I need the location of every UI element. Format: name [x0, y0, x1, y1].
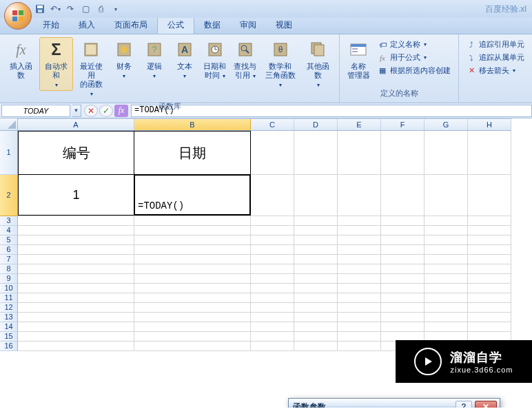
office-button[interactable]	[4, 2, 32, 30]
cell[interactable]	[18, 245, 134, 255]
new-icon[interactable]: ▢	[80, 3, 91, 14]
col-header-E[interactable]: E	[338, 118, 381, 130]
cell[interactable]	[468, 303, 511, 313]
cell[interactable]	[251, 175, 294, 216]
cell[interactable]	[468, 226, 511, 235]
cell[interactable]	[338, 284, 381, 293]
tab-formulas[interactable]: 公式	[157, 16, 194, 34]
cell[interactable]	[468, 322, 511, 332]
trace-precedents-button[interactable]: ⤴追踪引用单元	[464, 39, 526, 50]
cell[interactable]	[338, 332, 381, 342]
cell[interactable]	[294, 175, 338, 216]
cell[interactable]	[381, 284, 424, 293]
cell[interactable]	[424, 284, 468, 293]
cell[interactable]	[468, 235, 511, 245]
recent-button[interactable]: 最近使用 的函数 ▾	[74, 37, 108, 100]
row-header-4[interactable]: 4	[0, 226, 18, 235]
cell[interactable]	[294, 342, 338, 351]
cell[interactable]	[381, 235, 424, 245]
datetime-button[interactable]: 日期和 时间 ▾	[201, 37, 229, 82]
cell[interactable]	[424, 264, 468, 274]
cell[interactable]	[294, 235, 338, 245]
cell[interactable]	[294, 293, 338, 303]
logical-button[interactable]: ? 逻辑▾	[140, 37, 169, 82]
select-all-corner[interactable]	[0, 118, 18, 131]
cell[interactable]	[251, 255, 294, 264]
financial-button[interactable]: 财务▾	[110, 37, 139, 82]
row-header-2[interactable]: 2	[0, 175, 18, 216]
cell[interactable]	[134, 274, 251, 284]
dialog-close-button[interactable]: ✕	[475, 401, 497, 408]
cell[interactable]	[338, 313, 381, 322]
cell[interactable]	[338, 264, 381, 274]
cell[interactable]	[424, 313, 468, 322]
remove-arrows-button[interactable]: ✕移去箭头 ▾	[464, 65, 526, 76]
cell[interactable]	[251, 322, 294, 332]
cell[interactable]	[18, 235, 134, 245]
tab-home[interactable]: 开始	[33, 17, 69, 34]
cell-b2-editing[interactable]: =TODAY()	[134, 174, 251, 216]
cell[interactable]	[18, 293, 134, 303]
cell[interactable]	[338, 303, 381, 313]
cell[interactable]	[381, 313, 424, 322]
cell[interactable]	[468, 264, 511, 274]
row-header-12[interactable]: 12	[0, 303, 18, 313]
row-header-15[interactable]: 15	[0, 332, 18, 342]
cell[interactable]	[134, 264, 251, 274]
tab-data[interactable]: 数据	[194, 17, 230, 34]
cell[interactable]	[251, 274, 294, 284]
cell[interactable]	[294, 255, 338, 264]
cell[interactable]	[251, 293, 294, 303]
text-button[interactable]: A 文本▾	[170, 37, 199, 82]
cell[interactable]	[294, 226, 338, 235]
undo-icon[interactable]: ↶▾	[50, 3, 61, 14]
save-icon[interactable]	[34, 3, 45, 14]
cell[interactable]	[381, 274, 424, 284]
tab-insert[interactable]: 插入	[69, 17, 105, 34]
dialog-help-button[interactable]: ?	[456, 401, 472, 408]
cell[interactable]	[424, 322, 468, 332]
cell[interactable]	[251, 131, 294, 175]
cell[interactable]	[424, 216, 468, 226]
cell[interactable]	[338, 245, 381, 255]
row-header-11[interactable]: 11	[0, 293, 18, 303]
cell[interactable]	[294, 332, 338, 342]
cell[interactable]	[338, 255, 381, 264]
cell[interactable]	[381, 293, 424, 303]
cell[interactable]	[381, 175, 424, 216]
tab-review[interactable]: 审阅	[230, 17, 266, 34]
row-header-10[interactable]: 10	[0, 284, 18, 293]
cell[interactable]	[251, 342, 294, 351]
cell[interactable]	[381, 264, 424, 274]
cell[interactable]	[18, 226, 134, 235]
cell[interactable]	[18, 332, 134, 342]
cell[interactable]	[18, 274, 134, 284]
cell[interactable]	[468, 274, 511, 284]
cell[interactable]	[251, 313, 294, 322]
cell[interactable]	[134, 235, 251, 245]
lookup-button[interactable]: 查找与 引用 ▾	[231, 37, 260, 82]
row-header-5[interactable]: 5	[0, 235, 18, 245]
cell[interactable]	[251, 303, 294, 313]
cell-a2[interactable]: 1	[18, 174, 134, 216]
cell[interactable]	[294, 274, 338, 284]
cell-a1[interactable]: 编号	[18, 131, 134, 175]
cell[interactable]	[338, 216, 381, 226]
trace-dependents-button[interactable]: ⤵追踪从属单元	[464, 52, 526, 63]
row-header-8[interactable]: 8	[0, 264, 18, 274]
cell[interactable]	[134, 284, 251, 293]
cell[interactable]	[294, 264, 338, 274]
col-header-G[interactable]: G	[424, 118, 468, 130]
cell[interactable]	[18, 284, 134, 293]
print-icon[interactable]: ⎙	[95, 3, 106, 14]
col-header-B[interactable]: B	[134, 118, 251, 130]
cell[interactable]	[134, 245, 251, 255]
cell[interactable]	[338, 175, 381, 216]
cell[interactable]	[424, 131, 468, 175]
tab-view[interactable]: 视图	[266, 17, 302, 34]
cell[interactable]	[134, 255, 251, 264]
cell[interactable]	[424, 175, 468, 216]
use-formula-button[interactable]: fx用于公式 ▾	[376, 52, 453, 63]
cell[interactable]	[134, 332, 251, 342]
cell[interactable]	[424, 274, 468, 284]
